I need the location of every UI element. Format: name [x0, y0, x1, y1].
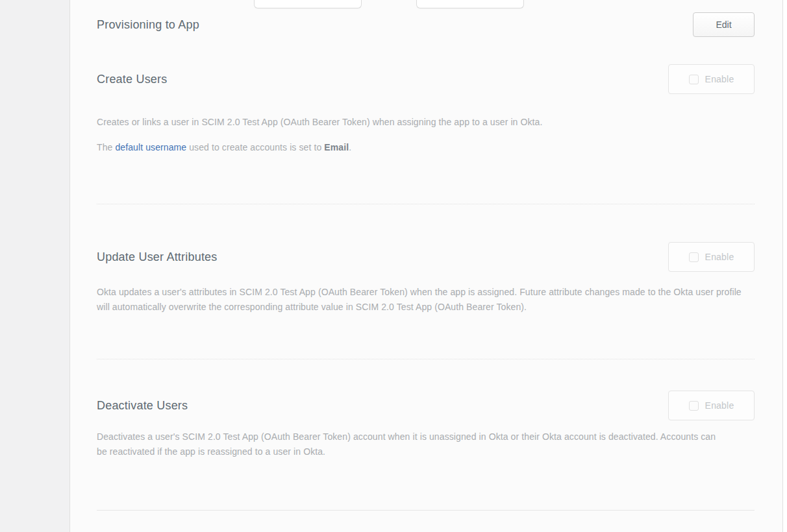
create-users-enable-toggle[interactable]: Enable [668, 64, 755, 94]
deactivate-users-heading: Deactivate Users [97, 399, 188, 413]
section-deactivate-users: Deactivate Users Enable [97, 391, 755, 420]
create-users-checkbox[interactable] [689, 75, 699, 84]
update-attributes-checkbox[interactable] [689, 252, 699, 262]
bottom-divider [97, 510, 755, 511]
note-prefix: The [97, 142, 115, 152]
create-users-note: The default username used to create acco… [97, 140, 755, 155]
update-attributes-enable-toggle[interactable]: Enable [668, 242, 755, 272]
note-email-value: Email [324, 142, 349, 152]
cutoff-card-right [416, 0, 524, 8]
section-update-user-attributes: Update User Attributes Enable [97, 242, 755, 272]
section-divider [97, 204, 755, 204]
page-title: Provisioning to App [97, 18, 199, 32]
provisioning-panel: Provisioning to App Edit Create Users En… [69, 0, 783, 532]
update-attributes-heading: Update User Attributes [97, 250, 218, 264]
create-users-description: Creates or links a user in SCIM 2.0 Test… [97, 115, 755, 130]
deactivate-users-description: Deactivates a user's SCIM 2.0 Test App (… [97, 429, 720, 459]
cutoff-card-left [254, 0, 362, 8]
section-divider [97, 359, 755, 359]
create-users-heading: Create Users [97, 73, 167, 86]
page: Provisioning to App Edit Create Users En… [0, 0, 787, 532]
deactivate-users-checkbox[interactable] [689, 401, 699, 411]
edit-button[interactable]: Edit [693, 12, 755, 37]
deactivate-users-enable-toggle[interactable]: Enable [668, 391, 755, 420]
enable-label: Enable [705, 400, 734, 411]
left-gutter [0, 0, 69, 532]
panel-header: Provisioning to App Edit [97, 12, 755, 38]
default-username-link[interactable]: default username [115, 142, 186, 152]
enable-label: Enable [705, 252, 734, 262]
update-attributes-description: Okta updates a user's attributes in SCIM… [97, 285, 755, 314]
enable-label: Enable [705, 74, 734, 84]
note-middle: used to create accounts is set to [186, 142, 324, 152]
section-create-users: Create Users Enable [97, 64, 755, 94]
note-suffix: . [349, 142, 351, 152]
